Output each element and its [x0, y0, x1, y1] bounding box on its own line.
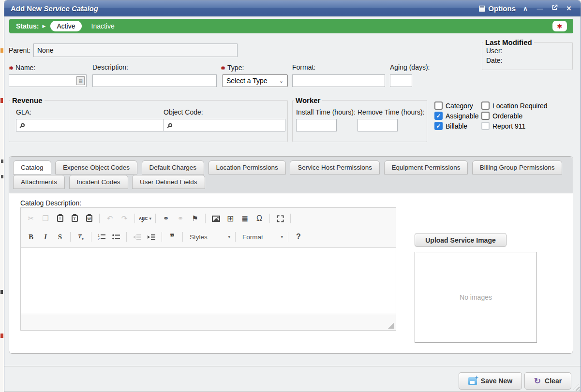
upload-service-image-button[interactable]: Upload Service Image — [415, 233, 507, 247]
about-help-icon[interactable]: ? — [291, 231, 306, 243]
collapse-button[interactable]: ∧ — [521, 5, 530, 12]
last-modified-legend: Last Modified — [483, 38, 534, 46]
toolbar-separator — [290, 214, 291, 223]
check-icon: ✓ — [436, 123, 441, 130]
tab-expense-object-codes[interactable]: Expense Object Codes — [55, 160, 137, 174]
checkbox-orderable[interactable]: Orderable — [481, 112, 522, 120]
revenue-legend: Revenue — [10, 96, 45, 104]
object-code-label: Object Code: — [164, 108, 203, 116]
insert-table-icon[interactable]: ⊞ — [223, 212, 238, 225]
editor-resize-grip[interactable] — [388, 322, 394, 329]
copy-icon[interactable]: ❐ — [38, 212, 53, 225]
remove-time-label: Remove Time (hours): — [358, 108, 424, 116]
increase-indent-icon[interactable] — [144, 231, 159, 243]
gla-search-input[interactable] — [16, 119, 164, 131]
decrease-indent-icon[interactable] — [130, 231, 144, 243]
object-code-search-input[interactable] — [164, 119, 285, 131]
required-indicator-button[interactable]: ✱ — [552, 21, 567, 31]
toolbar-separator — [99, 214, 100, 223]
toolbar-separator — [155, 214, 156, 223]
undo-icon[interactable]: ↶ — [103, 212, 117, 225]
special-character-icon[interactable]: Ω — [252, 212, 267, 225]
window-title: Add New Service Catalog — [4, 4, 98, 13]
format-label: Format: — [292, 63, 315, 71]
checkbox-box — [481, 122, 490, 130]
spell-check-icon[interactable]: ABC▾ — [138, 212, 152, 225]
block-quote-icon[interactable]: ❞ — [165, 231, 179, 243]
status-active-button[interactable]: Active — [50, 21, 81, 31]
tab-default-charges[interactable]: Default Charges — [142, 160, 205, 174]
minimize-button[interactable]: — — [535, 5, 545, 12]
checkbox-report-911[interactable]: Report 911 — [481, 122, 525, 130]
horizontal-rule-icon[interactable]: ≣ — [238, 212, 252, 225]
format-input[interactable] — [292, 74, 385, 87]
close-icon: ✕ — [566, 5, 572, 12]
tab-location-permissions[interactable]: Location Permissions — [209, 160, 286, 174]
toolbar-separator — [126, 232, 127, 242]
toolbar-separator — [288, 232, 288, 242]
window-resize-grip[interactable] — [573, 384, 580, 391]
link-icon[interactable]: ⚭ — [159, 212, 173, 225]
anchor-flag-icon[interactable]: ⚑ — [188, 212, 202, 225]
required-asterisk-icon: ✱ — [9, 65, 14, 72]
bold-icon[interactable]: B — [24, 231, 38, 243]
name-label: ✱Name: — [9, 63, 35, 72]
name-picker-icon: ▤ — [78, 78, 83, 83]
paste-plain-text-icon[interactable]: T — [67, 212, 82, 225]
styles-dropdown[interactable]: Styles ▾ — [186, 231, 232, 243]
editor-toolbar: ✂ ❐ ≡ T W ↶ ↷ ABC▾ ⚭ ⚭ ⚑ — [21, 208, 396, 248]
paste-icon[interactable]: ≡ — [53, 212, 67, 225]
save-new-button[interactable]: Save New — [459, 372, 522, 390]
remove-time-input[interactable] — [358, 119, 398, 131]
description-input[interactable] — [92, 74, 217, 87]
tab-billing-group-permissions[interactable]: Billing Group Permissions — [472, 160, 563, 174]
service-image-box: No images — [415, 252, 537, 343]
options-button[interactable]: ▤ Options — [478, 4, 516, 13]
checkbox-category[interactable]: Category — [434, 102, 473, 110]
chevron-up-icon: ∧ — [523, 5, 528, 12]
last-modified-fieldset: Last Modified User: Date: — [482, 38, 573, 70]
remove-format-icon[interactable]: Tx — [74, 231, 88, 243]
status-inactive-button[interactable]: Inactive — [91, 22, 115, 30]
clear-button[interactable]: ↻ Clear — [524, 372, 571, 390]
bulleted-list-icon[interactable] — [109, 231, 123, 243]
tab-service-host-permissions[interactable]: Service Host Permissions — [290, 160, 380, 174]
status-label: Status: — [16, 22, 39, 30]
tab-catalog[interactable]: Catalog — [13, 160, 51, 174]
paste-from-word-icon[interactable]: W — [82, 212, 96, 225]
install-time-input[interactable] — [296, 119, 337, 131]
strikethrough-icon[interactable]: S — [53, 231, 67, 243]
unlink-icon[interactable]: ⚭ — [173, 212, 188, 225]
checkbox-location-required[interactable]: Location Required — [481, 102, 548, 110]
checkbox-assignable[interactable]: ✓ Assignable — [434, 112, 479, 120]
popout-button[interactable] — [550, 4, 559, 12]
editor-content-area[interactable] — [21, 248, 396, 314]
tab-incident-codes[interactable]: Incident Codes — [69, 175, 128, 189]
name-input[interactable] — [9, 74, 87, 87]
aging-days-input[interactable] — [390, 74, 412, 87]
checkbox-box: ✓ — [434, 112, 443, 120]
name-picker-button[interactable]: ▤ — [76, 76, 85, 85]
redo-icon[interactable]: ↷ — [117, 212, 132, 225]
backdrop-speck — [1, 175, 3, 178]
catalog-description-label: Catalog Description: — [20, 199, 81, 207]
backdrop-speck — [0, 98, 3, 103]
close-button[interactable]: ✕ — [564, 5, 574, 12]
checkbox-billable[interactable]: ✓ Billable — [434, 122, 467, 130]
toolbar-separator — [205, 214, 206, 223]
parent-field[interactable]: None — [33, 44, 238, 57]
toolbar-separator — [134, 214, 135, 223]
background-page-sliver — [0, 0, 4, 392]
tab-user-defined-fields[interactable]: User Defined Fields — [132, 175, 205, 189]
status-arrow-icon: ▶ — [42, 24, 45, 29]
options-icon: ▤ — [478, 4, 485, 13]
format-dropdown[interactable]: Format ▾ — [238, 231, 285, 243]
cut-icon[interactable]: ✂ — [24, 212, 38, 225]
maximize-icon[interactable] — [273, 212, 287, 225]
italic-icon[interactable]: I — [38, 231, 53, 243]
type-select[interactable]: Select a Type ⌄ — [222, 74, 288, 87]
insert-image-icon[interactable] — [209, 212, 223, 225]
tab-equipment-permissions[interactable]: Equipment Permissions — [384, 160, 468, 174]
numbered-list-icon[interactable]: 12 — [94, 231, 109, 243]
tab-attachments[interactable]: Attachments — [13, 175, 65, 189]
